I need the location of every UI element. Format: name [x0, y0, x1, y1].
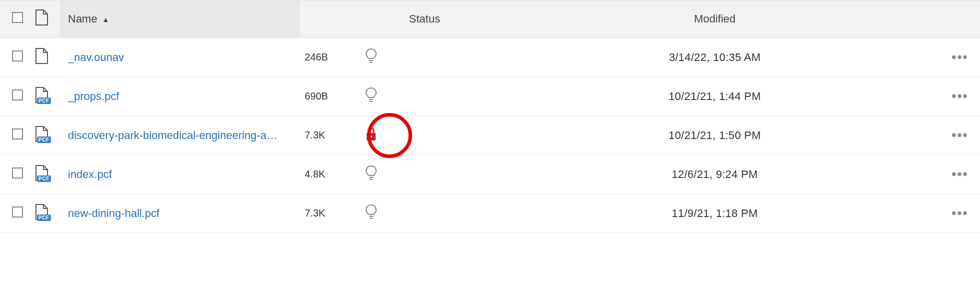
file-name-link[interactable]: _nav.ounav: [68, 51, 124, 64]
column-name-label: Name: [68, 12, 97, 25]
file-name-link[interactable]: _props.pcf: [68, 90, 119, 103]
pcf-badge: PCF: [37, 176, 51, 182]
row-checkbox[interactable]: [12, 50, 23, 62]
file-icon: PCF: [35, 204, 48, 220]
row-checkbox[interactable]: [12, 206, 23, 218]
table-row[interactable]: PCF index.pcf 4.8K 12/6/21, 9:24 PM •••: [0, 155, 980, 194]
select-all-checkbox[interactable]: [12, 12, 23, 23]
column-status-label: Status: [409, 12, 440, 25]
file-size-text: 246B: [305, 52, 328, 62]
lock-icon[interactable]: [365, 132, 378, 144]
table-row[interactable]: PCF discovery-park-biomedical-engineerin…: [0, 116, 980, 155]
file-icon: PCF: [35, 126, 48, 142]
file-icon: [35, 48, 48, 64]
file-icon: PCF: [35, 165, 48, 181]
table-header-row: Name ▲ Status Modified: [0, 0, 980, 38]
lightbulb-icon[interactable]: [365, 211, 378, 222]
svg-point-5: [370, 136, 372, 138]
file-size-text: 690B: [305, 90, 328, 102]
file-icon: PCF: [35, 87, 48, 103]
file-size-text: 7.3K: [305, 130, 325, 140]
column-header-name[interactable]: Name ▲: [60, 0, 300, 38]
row-checkbox[interactable]: [12, 168, 23, 178]
modified-date-text: 11/9/21, 1:18 PM: [672, 207, 758, 220]
table-row[interactable]: _nav.ounav 246B 3/14/22, 10:35 AM •••: [0, 38, 980, 77]
pcf-badge: PCF: [37, 136, 51, 143]
file-type-icon: [35, 10, 48, 26]
file-size-text: 7.3K: [305, 208, 325, 218]
table-row[interactable]: PCF _props.pcf 690B 10/21/21, 1:44 PM ••…: [0, 77, 980, 116]
modified-date-text: 12/6/21, 9:24 PM: [672, 168, 758, 180]
pcf-badge: PCF: [37, 98, 51, 104]
sort-ascending-icon: ▲: [102, 16, 109, 24]
row-checkbox[interactable]: [12, 128, 23, 140]
modified-date-text: 10/21/21, 1:50 PM: [669, 129, 761, 142]
lightbulb-icon[interactable]: [365, 172, 378, 183]
row-checkbox[interactable]: [12, 90, 23, 100]
modified-date-text: 10/21/21, 1:44 PM: [669, 90, 761, 102]
row-actions-menu[interactable]: •••: [952, 128, 968, 142]
table-row[interactable]: PCF new-dining-hall.pcf 7.3K 11/9/21, 1:…: [0, 194, 980, 233]
row-actions-menu[interactable]: •••: [952, 166, 968, 182]
file-name-link[interactable]: discovery-park-biomedical-engineering-a…: [68, 129, 277, 142]
column-header-status[interactable]: Status: [360, 0, 490, 38]
column-modified-label: Modified: [694, 12, 735, 25]
file-name-link[interactable]: index.pcf: [68, 168, 112, 181]
lightbulb-icon[interactable]: [365, 55, 378, 66]
modified-date-text: 3/14/22, 10:35 AM: [669, 51, 761, 64]
row-actions-menu[interactable]: •••: [952, 88, 968, 104]
pcf-badge: PCF: [37, 214, 51, 221]
file-size-text: 4.8K: [305, 168, 325, 180]
row-actions-menu[interactable]: •••: [952, 50, 968, 64]
file-listing-table: Name ▲ Status Modified: [0, 0, 980, 233]
row-actions-menu[interactable]: •••: [952, 206, 968, 220]
lightbulb-icon[interactable]: [365, 94, 378, 105]
column-header-modified[interactable]: Modified: [490, 0, 940, 38]
file-name-link[interactable]: new-dining-hall.pcf: [68, 207, 159, 220]
